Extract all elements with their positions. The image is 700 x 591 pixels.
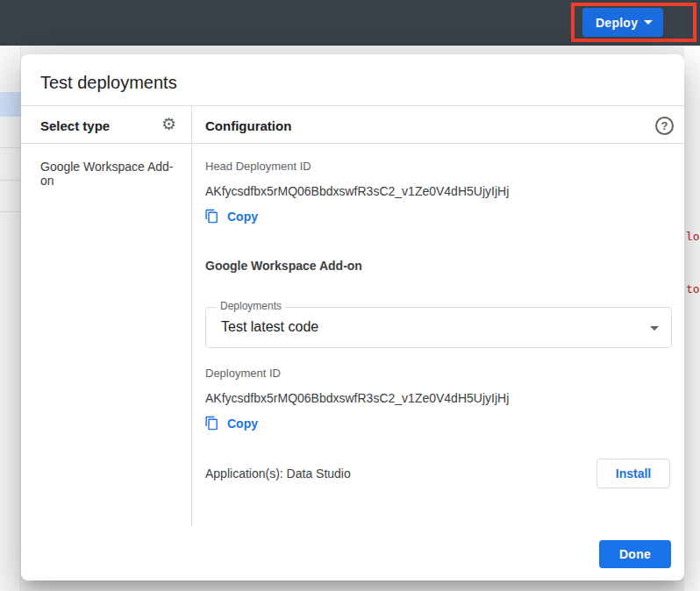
copy-head-deployment-id-button[interactable]: Copy xyxy=(201,207,261,225)
background-selected-row xyxy=(0,92,21,117)
chevron-down-icon xyxy=(650,326,659,331)
divider xyxy=(21,105,684,106)
deployment-id-label: Deployment ID xyxy=(205,367,281,380)
divider xyxy=(21,143,684,144)
copy-icon xyxy=(204,209,219,224)
copy-button-label: Copy xyxy=(227,417,258,431)
chevron-down-icon xyxy=(644,20,653,25)
copy-deployment-id-button[interactable]: Copy xyxy=(201,414,261,432)
code-fragment: to xyxy=(686,282,700,296)
deployments-select[interactable]: Deployments Test latest code xyxy=(205,307,672,348)
configuration-header: Configuration xyxy=(205,118,291,133)
done-button[interactable]: Done xyxy=(599,540,671,568)
background-divider xyxy=(0,147,21,148)
background-divider xyxy=(0,211,21,212)
deployment-id-value: AKfycsdfbx5rMQ06BbdxswfR3sC2_v1Ze0V4dH5U… xyxy=(205,391,509,405)
copy-button-label: Copy xyxy=(227,210,258,224)
select-type-header: Select type xyxy=(40,118,110,133)
dialog-title: Test deployments xyxy=(40,73,177,93)
application-label: Application(s): Data Studio xyxy=(205,466,351,481)
help-icon[interactable]: ? xyxy=(655,117,674,135)
head-deployment-id-value: AKfycsdfbx5rMQ06BbdxswfR3sC2_v1Ze0V4dH5U… xyxy=(205,184,509,198)
code-fragment: lo xyxy=(686,230,700,243)
test-deployments-dialog: Test deployments Select type ⚙ Configura… xyxy=(21,54,684,580)
gear-icon[interactable]: ⚙ xyxy=(161,114,176,133)
background-file-panel xyxy=(0,46,21,591)
vertical-divider xyxy=(191,106,192,526)
install-button[interactable]: Install xyxy=(596,459,670,488)
app-topbar: Deploy xyxy=(0,0,700,46)
help-icon-glyph: ? xyxy=(661,119,668,132)
head-deployment-id-label: Head Deployment ID xyxy=(205,160,311,173)
deployments-select-label: Deployments xyxy=(217,300,285,312)
google-workspace-addon-section-title: Google Workspace Add-on xyxy=(205,259,362,273)
copy-icon xyxy=(204,416,219,431)
sidebar-item-google-workspace-add-on[interactable]: Google Workspace Add-on xyxy=(40,160,181,188)
background-divider xyxy=(0,180,21,181)
background-code-editor: lo to xyxy=(684,46,700,591)
deployments-select-value: Test latest code xyxy=(221,319,318,335)
deploy-button[interactable]: Deploy xyxy=(582,8,663,37)
deploy-button-label: Deploy xyxy=(596,16,638,30)
